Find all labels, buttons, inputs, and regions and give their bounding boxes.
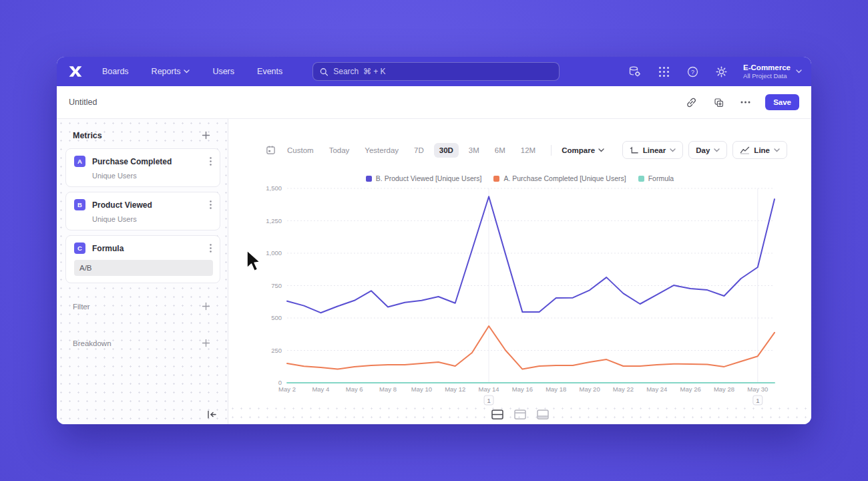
legend-swatch (366, 176, 372, 182)
settings-gear-icon[interactable] (714, 65, 728, 79)
range-today[interactable]: Today (324, 143, 355, 158)
range-12m[interactable]: 12M (515, 143, 541, 158)
chevron-down-icon (670, 148, 676, 152)
data-management-icon[interactable] (627, 64, 642, 79)
scale-dropdown[interactable]: Linear (622, 141, 684, 159)
chevron-down-icon (714, 148, 720, 152)
svg-text:May 18: May 18 (546, 385, 566, 393)
compare-dropdown[interactable]: Compare (562, 146, 604, 154)
range-30d-selected[interactable]: 30D (434, 143, 459, 158)
range-custom[interactable]: Custom (282, 143, 319, 158)
more-options-icon[interactable] (739, 100, 752, 105)
add-metric-icon[interactable] (200, 130, 212, 141)
svg-text:May 8: May 8 (379, 385, 397, 393)
metric-badge: C (74, 243, 85, 254)
svg-text:May 14: May 14 (478, 385, 499, 393)
chart-panel: Custom Today Yesterday 7D 30D 3M 6M 12M … (228, 119, 811, 424)
svg-text:May 24: May 24 (646, 385, 667, 393)
range-7d[interactable]: 7D (409, 143, 429, 158)
metric-name: Purchase Completed (92, 157, 202, 166)
svg-text:1,000: 1,000 (266, 249, 282, 257)
metric-name: Product Viewed (92, 200, 202, 210)
legend-item[interactable]: Formula (638, 174, 674, 182)
range-6m[interactable]: 6M (489, 143, 511, 158)
duplicate-icon[interactable] (712, 96, 726, 110)
range-3m[interactable]: 3M (463, 143, 485, 158)
metric-subtitle[interactable]: Unique Users (92, 172, 213, 180)
nav-item-reports[interactable]: Reports (152, 67, 190, 76)
layout-bottom-bar-button[interactable] (535, 408, 551, 422)
nav-item-events[interactable]: Events (257, 67, 282, 76)
metric-subtitle[interactable]: Unique Users (92, 215, 213, 223)
project-switcher[interactable]: E-Commerce All Project Data (743, 63, 802, 79)
chevron-down-icon (598, 148, 604, 152)
svg-text:1: 1 (487, 397, 490, 404)
metrics-section-label: Metrics (73, 131, 102, 140)
legend-swatch (638, 176, 644, 182)
legend-item[interactable]: A. Purchase Completed [Unique Users] (493, 174, 626, 182)
metric-card-a[interactable]: A Purchase Completed Unique Users (65, 148, 220, 187)
layout-toggle-bar (228, 404, 811, 424)
svg-text:May 2: May 2 (278, 385, 296, 393)
metric-card-c[interactable]: C Formula A/B (65, 235, 220, 283)
project-name: E-Commerce (743, 63, 791, 72)
kebab-menu-icon[interactable] (208, 156, 213, 167)
line-chart-icon (740, 146, 750, 154)
help-icon[interactable]: ? (686, 65, 700, 79)
legend-label: Formula (648, 174, 674, 182)
kebab-menu-icon[interactable] (208, 199, 213, 210)
interval-dropdown[interactable]: Day (688, 141, 727, 159)
layout-top-bar-button[interactable] (512, 408, 528, 422)
save-button[interactable]: Save (765, 94, 799, 110)
app-window: Boards Reports Users Events ? (57, 57, 811, 424)
svg-text:May 30: May 30 (747, 385, 768, 393)
kebab-menu-icon[interactable] (208, 243, 213, 254)
legend-label: A. Purchase Completed [Unique Users] (503, 174, 626, 182)
metric-name: Formula (92, 244, 202, 253)
chart-legend: B. Product Viewed [Unique Users]A. Purch… (228, 174, 811, 182)
svg-text:May 20: May 20 (580, 385, 600, 393)
svg-text:?: ? (691, 68, 694, 75)
mixpanel-logo-icon[interactable] (67, 63, 83, 79)
svg-text:1,250: 1,250 (266, 217, 282, 224)
add-filter-icon[interactable] (200, 301, 212, 312)
svg-text:250: 250 (271, 347, 282, 354)
top-nav: Boards Reports Users Events ? (57, 57, 811, 86)
nav-item-boards[interactable]: Boards (102, 67, 129, 76)
chevron-down-icon (796, 69, 802, 73)
metric-badge: A (74, 156, 85, 167)
chevron-down-icon (774, 148, 780, 152)
formula-input[interactable]: A/B (74, 260, 213, 276)
svg-text:1,500: 1,500 (266, 184, 282, 192)
metric-badge: B (74, 199, 85, 210)
search-icon (320, 67, 328, 76)
breakdown-section-label: Breakdown (73, 339, 112, 347)
search-input[interactable] (333, 67, 552, 76)
apps-grid-icon[interactable] (657, 65, 671, 79)
divider (551, 145, 552, 156)
svg-text:1: 1 (756, 397, 759, 404)
project-scope: All Project Data (743, 72, 791, 79)
legend-label: B. Product Viewed [Unique Users] (376, 174, 482, 182)
nav-item-users[interactable]: Users (212, 67, 234, 76)
layout-split-horizontal-button[interactable] (489, 408, 505, 422)
svg-text:May 6: May 6 (346, 385, 363, 393)
metric-card-b[interactable]: B Product Viewed Unique Users (65, 192, 220, 230)
copy-link-icon[interactable] (684, 96, 698, 110)
add-breakdown-icon[interactable] (200, 337, 212, 349)
svg-text:May 4: May 4 (312, 385, 329, 393)
legend-item[interactable]: B. Product Viewed [Unique Users] (366, 174, 482, 182)
report-titlebar: Untitled Save (57, 86, 811, 119)
range-yesterday[interactable]: Yesterday (359, 143, 404, 158)
calendar-icon[interactable] (264, 144, 277, 156)
svg-text:May 22: May 22 (613, 385, 634, 393)
collapse-sidebar-icon[interactable] (206, 409, 218, 420)
line-chart[interactable]: 02505007501,0001,2501,50011May 2May 4May… (255, 184, 811, 414)
legend-swatch (493, 176, 499, 182)
query-builder-sidebar: Metrics A Purchase Completed Unique User… (57, 119, 228, 424)
report-title[interactable]: Untitled (69, 98, 97, 107)
chart-type-dropdown[interactable]: Line (732, 141, 787, 159)
search-bar[interactable] (312, 62, 560, 81)
svg-text:May 12: May 12 (445, 385, 465, 393)
svg-text:May 10: May 10 (411, 385, 432, 393)
